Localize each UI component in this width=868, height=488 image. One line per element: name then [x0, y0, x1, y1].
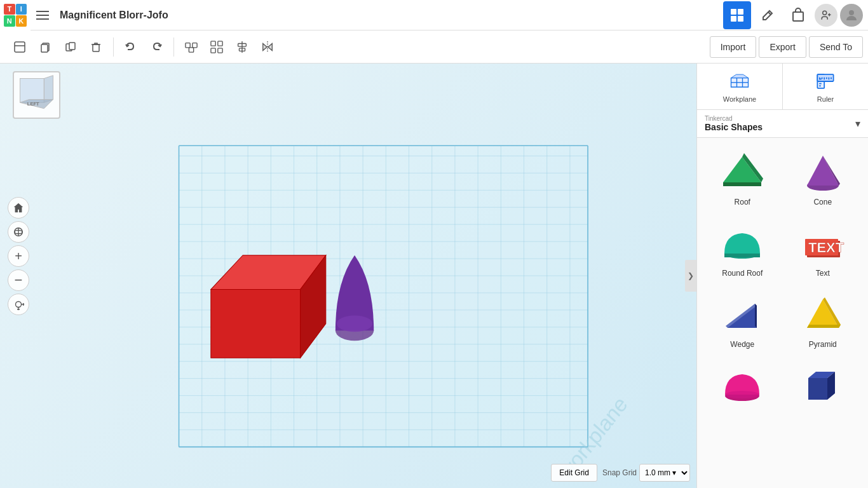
svg-marker-111 [807, 156, 839, 186]
svg-rect-23 [218, 41, 222, 45]
view-cube[interactable]: LEFT [13, 71, 60, 119]
half-sphere-thumb [720, 364, 764, 409]
category-dropdown-arrow[interactable]: ▾ [855, 118, 860, 130]
svg-rect-32 [20, 78, 44, 102]
toolbar: Import Export Send To [0, 30, 868, 64]
zoom-out-icon: − [15, 273, 23, 287]
svg-rect-109 [723, 182, 761, 186]
toolbar-view-group [5, 35, 111, 59]
red-cube[interactable] [211, 255, 326, 358]
toolbar-history-group [116, 35, 171, 59]
shape-item-pyramid[interactable]: Pyramid [783, 285, 864, 356]
logo[interactable]: T I N K [0, 0, 31, 30]
workplane-label: Workplane [723, 95, 756, 103]
box-thumb [801, 364, 845, 409]
svg-rect-0 [36, 11, 49, 12]
svg-rect-17 [69, 43, 75, 50]
zoom-in-icon: + [15, 249, 22, 264]
ungroup-button[interactable] [205, 35, 229, 59]
svg-text:LEFT: LEFT [27, 101, 39, 107]
align-button[interactable] [230, 35, 254, 59]
svg-point-11 [849, 10, 854, 15]
svg-rect-25 [218, 48, 222, 52]
shape-item-box[interactable] [783, 356, 864, 419]
pyramid-thumb [801, 293, 845, 337]
text-thumb: TEXT [801, 222, 845, 266]
svg-marker-33 [44, 76, 53, 103]
workplane-button[interactable]: Workplane [697, 64, 783, 109]
view-cube-face[interactable]: LEFT [13, 71, 60, 119]
hide-button[interactable] [8, 35, 32, 59]
send-to-button[interactable]: Send To [809, 36, 863, 58]
shape-item-half-sphere[interactable] [702, 356, 783, 419]
right-panel: Workplane [696, 64, 868, 488]
3d-grid: workplane [0, 64, 696, 488]
svg-rect-5 [731, 16, 736, 22]
svg-point-89 [337, 315, 372, 332]
svg-rect-4 [738, 9, 743, 15]
roof-thumb [720, 151, 764, 195]
pyramid-label: Pyramid [809, 340, 837, 349]
svg-marker-123 [807, 325, 841, 328]
import-button[interactable]: Import [710, 36, 757, 58]
svg-rect-114 [724, 254, 760, 257]
bag-button[interactable] [784, 1, 812, 29]
ruler-button[interactable]: Ruler [783, 64, 868, 109]
main: LEFT + − [0, 64, 868, 488]
svg-rect-19 [186, 43, 190, 47]
svg-rect-12 [15, 42, 25, 52]
header-actions [723, 1, 863, 29]
svg-marker-119 [726, 304, 757, 328]
export-button[interactable]: Export [759, 36, 806, 58]
round-roof-label: Round Roof [722, 269, 763, 278]
toolbar-separator-2 [173, 37, 174, 57]
delete-button[interactable] [84, 35, 108, 59]
wedge-label: Wedge [730, 340, 754, 349]
svg-rect-22 [211, 41, 215, 45]
ruler-label: Ruler [817, 95, 834, 103]
svg-point-125 [725, 391, 759, 398]
tinkercad-label: Tinkercad [705, 115, 855, 122]
mirror-button[interactable] [255, 35, 280, 59]
svg-rect-2 [36, 18, 49, 20]
add-user-button[interactable] [815, 4, 837, 27]
copy-button[interactable] [33, 35, 57, 59]
snap-grid-label: Snap Grid [602, 468, 637, 477]
logo-n: N [4, 15, 15, 27]
snap-grid-select[interactable]: 1.0 mm ▾ 0.1 mm 0.5 mm 2.0 mm 5.0 mm 10.… [639, 464, 690, 482]
svg-rect-21 [189, 47, 193, 51]
svg-marker-94 [731, 74, 749, 78]
redo-button[interactable] [144, 35, 168, 59]
3d-view-button[interactable] [723, 1, 751, 29]
zoom-in-button[interactable]: + [8, 245, 29, 267]
shape-item-wedge[interactable]: Wedge [702, 285, 783, 356]
shape-item-cone[interactable]: Cone [783, 143, 864, 214]
home-view-button[interactable] [8, 197, 29, 219]
profile-avatar[interactable] [840, 4, 863, 27]
cone-label: Cone [813, 198, 832, 207]
duplicate-button[interactable] [58, 35, 83, 59]
toolbar-right: Import Export Send To [710, 36, 863, 58]
canvas-area[interactable]: LEFT + − [0, 64, 696, 488]
panel-collapse-button[interactable]: ❯ [685, 260, 696, 292]
shape-item-round-roof[interactable]: Round Roof [702, 214, 783, 285]
orbit-button[interactable] [8, 221, 29, 243]
shape-item-text[interactable]: TEXT Text [783, 214, 864, 285]
snap-grid-area: Snap Grid 1.0 mm ▾ 0.1 mm 0.5 mm 2.0 mm … [602, 464, 690, 482]
bottom-controls: Edit Grid Snap Grid 1.0 mm ▾ 0.1 mm 0.5 … [551, 464, 690, 482]
menu-button[interactable] [31, 3, 55, 27]
shape-item-roof[interactable]: Roof [702, 143, 783, 214]
svg-rect-1 [36, 15, 49, 16]
svg-rect-6 [738, 16, 743, 22]
svg-rect-3 [731, 9, 736, 15]
svg-rect-18 [93, 44, 99, 51]
group-button[interactable] [179, 35, 203, 59]
fit-view-button[interactable] [8, 294, 29, 315]
shape-selector[interactable]: Tinkercad Basic Shapes ▾ [697, 110, 868, 138]
edit-grid-button[interactable]: Edit Grid [551, 464, 597, 482]
zoom-out-button[interactable]: − [8, 269, 29, 291]
svg-rect-7 [793, 12, 803, 21]
build-button[interactable] [754, 1, 782, 29]
svg-rect-15 [41, 44, 48, 52]
undo-button[interactable] [119, 35, 143, 59]
